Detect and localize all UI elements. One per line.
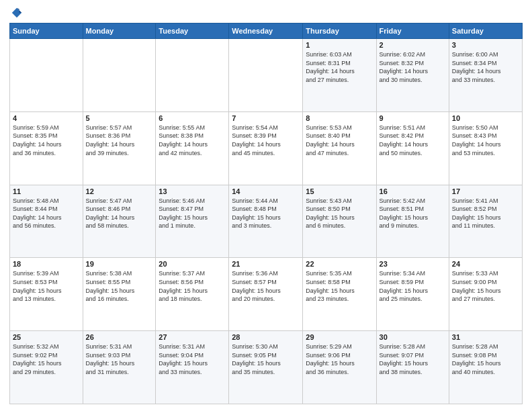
cell-text: Sunrise: 5:32 AM Sunset: 9:02 PM Dayligh… <box>13 342 80 376</box>
cell-text: Sunrise: 5:28 AM Sunset: 9:07 PM Dayligh… <box>380 342 446 376</box>
calendar-cell <box>83 39 156 112</box>
cell-text: Sunrise: 5:30 AM Sunset: 9:05 PM Dayligh… <box>232 342 300 376</box>
calendar-cell <box>229 39 303 112</box>
day-number: 8 <box>306 114 373 122</box>
calendar-cell: 13Sunrise: 5:46 AM Sunset: 8:47 PM Dayli… <box>156 185 229 258</box>
calendar-cell: 2Sunrise: 6:02 AM Sunset: 8:32 PM Daylig… <box>376 39 449 112</box>
cell-text: Sunrise: 5:41 AM Sunset: 8:52 PM Dayligh… <box>452 197 519 230</box>
day-number: 31 <box>452 333 519 341</box>
day-number: 21 <box>232 260 300 268</box>
day-number: 27 <box>159 333 226 341</box>
day-number: 6 <box>159 114 226 122</box>
weekday-header-sunday: Sunday <box>10 24 83 39</box>
calendar-cell: 27Sunrise: 5:31 AM Sunset: 9:04 PM Dayli… <box>156 331 229 404</box>
cell-text: Sunrise: 5:55 AM Sunset: 8:38 PM Dayligh… <box>159 124 226 157</box>
cell-text: Sunrise: 6:03 AM Sunset: 8:31 PM Dayligh… <box>306 50 373 84</box>
day-number: 14 <box>232 187 300 195</box>
week-row-3: 11Sunrise: 5:48 AM Sunset: 8:44 PM Dayli… <box>10 185 523 258</box>
cell-text: Sunrise: 6:00 AM Sunset: 8:34 PM Dayligh… <box>452 50 519 84</box>
calendar-cell: 23Sunrise: 5:34 AM Sunset: 8:59 PM Dayli… <box>376 258 449 331</box>
calendar-cell: 20Sunrise: 5:37 AM Sunset: 8:56 PM Dayli… <box>156 258 229 331</box>
week-row-2: 4Sunrise: 5:59 AM Sunset: 8:35 PM Daylig… <box>10 111 523 185</box>
calendar-cell: 3Sunrise: 6:00 AM Sunset: 8:34 PM Daylig… <box>449 39 522 112</box>
cell-text: Sunrise: 5:47 AM Sunset: 8:46 PM Dayligh… <box>86 197 153 230</box>
cell-text: Sunrise: 5:36 AM Sunset: 8:57 PM Dayligh… <box>232 269 300 303</box>
day-number: 17 <box>452 187 519 195</box>
weekday-header-wednesday: Wednesday <box>229 24 303 39</box>
calendar-cell: 18Sunrise: 5:39 AM Sunset: 8:53 PM Dayli… <box>10 258 83 331</box>
calendar-cell: 17Sunrise: 5:41 AM Sunset: 8:52 PM Dayli… <box>449 185 522 258</box>
calendar-cell: 24Sunrise: 5:33 AM Sunset: 9:00 PM Dayli… <box>449 258 522 331</box>
calendar-cell: 25Sunrise: 5:32 AM Sunset: 9:02 PM Dayli… <box>10 331 83 404</box>
cell-text: Sunrise: 5:42 AM Sunset: 8:51 PM Dayligh… <box>380 197 446 230</box>
weekday-header-monday: Monday <box>83 24 156 39</box>
day-number: 22 <box>306 260 373 268</box>
calendar-cell: 8Sunrise: 5:53 AM Sunset: 8:40 PM Daylig… <box>303 111 376 185</box>
day-number: 20 <box>159 260 226 268</box>
day-number: 10 <box>452 114 519 122</box>
calendar-cell: 30Sunrise: 5:28 AM Sunset: 9:07 PM Dayli… <box>376 331 449 404</box>
calendar-cell: 7Sunrise: 5:54 AM Sunset: 8:39 PM Daylig… <box>229 111 303 185</box>
cell-text: Sunrise: 5:37 AM Sunset: 8:56 PM Dayligh… <box>159 269 226 303</box>
day-number: 19 <box>86 260 153 268</box>
week-row-5: 25Sunrise: 5:32 AM Sunset: 9:02 PM Dayli… <box>10 331 523 404</box>
cell-text: Sunrise: 5:28 AM Sunset: 9:08 PM Dayligh… <box>452 342 519 376</box>
day-number: 4 <box>13 114 80 122</box>
cell-text: Sunrise: 5:44 AM Sunset: 8:48 PM Dayligh… <box>232 197 300 230</box>
calendar-cell: 5Sunrise: 5:57 AM Sunset: 8:36 PM Daylig… <box>83 111 156 185</box>
calendar-cell: 9Sunrise: 5:51 AM Sunset: 8:42 PM Daylig… <box>376 111 449 185</box>
weekday-header-tuesday: Tuesday <box>156 24 229 39</box>
calendar-cell: 15Sunrise: 5:43 AM Sunset: 8:50 PM Dayli… <box>303 185 376 258</box>
day-number: 25 <box>13 333 80 341</box>
day-number: 26 <box>86 333 153 341</box>
cell-text: Sunrise: 5:54 AM Sunset: 8:39 PM Dayligh… <box>232 124 300 157</box>
cell-text: Sunrise: 5:39 AM Sunset: 8:53 PM Dayligh… <box>13 269 80 303</box>
day-number: 5 <box>86 114 153 122</box>
cell-text: Sunrise: 5:31 AM Sunset: 9:04 PM Dayligh… <box>159 342 226 376</box>
calendar: SundayMondayTuesdayWednesdayThursdayFrid… <box>9 23 523 404</box>
weekday-header-saturday: Saturday <box>449 24 522 39</box>
day-number: 29 <box>306 333 373 341</box>
calendar-cell: 19Sunrise: 5:38 AM Sunset: 8:55 PM Dayli… <box>83 258 156 331</box>
day-number: 24 <box>452 260 519 268</box>
cell-text: Sunrise: 5:35 AM Sunset: 8:58 PM Dayligh… <box>306 269 373 303</box>
cell-text: Sunrise: 5:31 AM Sunset: 9:03 PM Dayligh… <box>86 342 153 376</box>
calendar-cell: 31Sunrise: 5:28 AM Sunset: 9:08 PM Dayli… <box>449 331 522 404</box>
day-number: 30 <box>380 333 446 341</box>
cell-text: Sunrise: 5:46 AM Sunset: 8:47 PM Dayligh… <box>159 197 226 230</box>
day-number: 3 <box>452 41 519 49</box>
page: SundayMondayTuesdayWednesdayThursdayFrid… <box>0 0 532 411</box>
weekday-header-friday: Friday <box>376 24 449 39</box>
day-number: 28 <box>232 333 300 341</box>
day-number: 12 <box>86 187 153 195</box>
day-number: 1 <box>306 41 373 49</box>
calendar-cell: 29Sunrise: 5:29 AM Sunset: 9:06 PM Dayli… <box>303 331 376 404</box>
logo <box>9 7 23 19</box>
week-row-1: 1Sunrise: 6:03 AM Sunset: 8:31 PM Daylig… <box>10 39 523 112</box>
day-number: 18 <box>13 260 80 268</box>
cell-text: Sunrise: 5:50 AM Sunset: 8:43 PM Dayligh… <box>452 124 519 157</box>
weekday-header-row: SundayMondayTuesdayWednesdayThursdayFrid… <box>10 24 523 39</box>
cell-text: Sunrise: 5:34 AM Sunset: 8:59 PM Dayligh… <box>380 269 446 303</box>
weekday-header-thursday: Thursday <box>303 24 376 39</box>
day-number: 9 <box>380 114 446 122</box>
calendar-cell: 22Sunrise: 5:35 AM Sunset: 8:58 PM Dayli… <box>303 258 376 331</box>
calendar-cell <box>156 39 229 112</box>
logo-icon <box>11 7 23 19</box>
day-number: 13 <box>159 187 226 195</box>
cell-text: Sunrise: 5:57 AM Sunset: 8:36 PM Dayligh… <box>86 124 153 157</box>
day-number: 2 <box>380 41 446 49</box>
cell-text: Sunrise: 5:38 AM Sunset: 8:55 PM Dayligh… <box>86 269 153 303</box>
calendar-cell: 14Sunrise: 5:44 AM Sunset: 8:48 PM Dayli… <box>229 185 303 258</box>
calendar-cell: 1Sunrise: 6:03 AM Sunset: 8:31 PM Daylig… <box>303 39 376 112</box>
calendar-cell: 4Sunrise: 5:59 AM Sunset: 8:35 PM Daylig… <box>10 111 83 185</box>
calendar-cell: 11Sunrise: 5:48 AM Sunset: 8:44 PM Dayli… <box>10 185 83 258</box>
day-number: 15 <box>306 187 373 195</box>
calendar-cell: 21Sunrise: 5:36 AM Sunset: 8:57 PM Dayli… <box>229 258 303 331</box>
cell-text: Sunrise: 5:59 AM Sunset: 8:35 PM Dayligh… <box>13 124 80 157</box>
cell-text: Sunrise: 5:29 AM Sunset: 9:06 PM Dayligh… <box>306 342 373 376</box>
header <box>9 7 523 19</box>
cell-text: Sunrise: 5:51 AM Sunset: 8:42 PM Dayligh… <box>380 124 446 157</box>
day-number: 16 <box>380 187 446 195</box>
cell-text: Sunrise: 5:33 AM Sunset: 9:00 PM Dayligh… <box>452 269 519 303</box>
